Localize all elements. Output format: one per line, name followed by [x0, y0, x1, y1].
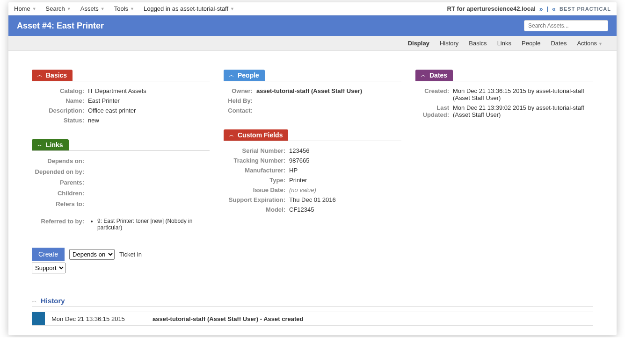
people-contact-value: [256, 107, 401, 114]
custom-fields-header[interactable]: ︿ Custom Fields: [224, 129, 288, 141]
rt-instance-label: RT for aperturescience42.local: [447, 5, 536, 12]
nav-assets[interactable]: Assets▼: [80, 5, 105, 12]
cf-supportexp-value: Thu Dec 01 2016: [289, 196, 401, 203]
subnav-people[interactable]: People: [522, 40, 540, 47]
links-header[interactable]: ︿ Links: [32, 139, 69, 150]
nav-logged-in[interactable]: Logged in as asset-tutorial-staff▼: [144, 5, 234, 12]
cf-issuedate-value: (no value): [289, 186, 401, 193]
link-type-select[interactable]: Depends on: [69, 249, 115, 260]
cf-manufacturer-label: Manufacturer:: [224, 167, 289, 174]
links-panel: ︿ Links Depends on: Depended on by: Pare…: [32, 139, 210, 273]
chevron-up-icon: ︿: [229, 132, 234, 138]
basics-name-value: East Printer: [88, 97, 210, 104]
chevron-up-icon: ︿: [32, 297, 37, 304]
cf-model-value: CF12345: [289, 206, 401, 213]
dates-header[interactable]: ︿ Dates: [415, 70, 453, 81]
history-row[interactable]: Mon Dec 21 13:36:15 2015 asset-tutorial-…: [32, 312, 593, 326]
cf-tracking-value: 987665: [289, 157, 401, 164]
basics-description-value: Office east printer: [88, 107, 210, 114]
history-description: asset-tutorial-staff (Asset Staff User) …: [153, 315, 303, 322]
subnav-links[interactable]: Links: [497, 40, 511, 47]
custom-fields-panel: ︿ Custom Fields Serial Number:123456 Tra…: [224, 129, 401, 214]
links-depended-on-by-label: Depended on by:: [32, 168, 88, 175]
basics-catalog-label: Catalog:: [32, 87, 88, 94]
chevron-down-icon: ▼: [67, 7, 71, 11]
dates-updated-value: Mon Dec 21 13:39:02 2015 by asset-tutori…: [453, 104, 593, 118]
links-depends-on-label: Depends on:: [32, 157, 88, 164]
chevron-down-icon: ▼: [130, 7, 134, 11]
search-assets-input[interactable]: [524, 20, 608, 31]
cf-type-value: Printer: [289, 177, 401, 184]
cf-manufacturer-value: HP: [289, 167, 401, 174]
cf-tracking-label: Tracking Number:: [224, 157, 289, 164]
create-button[interactable]: Create: [32, 248, 65, 261]
cf-supportexp-label: Support Expiration:: [224, 196, 289, 203]
subnav-display[interactable]: Display: [408, 40, 429, 47]
dates-updated-label: Last Updated:: [415, 104, 453, 118]
chevron-up-icon: ︿: [37, 142, 42, 148]
nav-tools[interactable]: Tools▼: [114, 5, 134, 12]
dates-panel: ︿ Dates Created:Mon Dec 21 13:36:15 2015…: [415, 70, 593, 120]
referred-item[interactable]: 9: East Printer: toner [new] (Nobody in …: [97, 218, 210, 231]
dates-created-label: Created:: [415, 87, 453, 101]
basics-panel: ︿ Basics Catalog:IT Department Assets Na…: [32, 70, 210, 125]
queue-select[interactable]: Support: [32, 263, 65, 273]
cf-issuedate-label: Issue Date:: [224, 186, 289, 193]
history-header[interactable]: ︿ History: [32, 297, 593, 307]
cf-serial-label: Serial Number:: [224, 147, 289, 154]
sub-navigation: Display History Basics Links People Date…: [8, 36, 617, 51]
chevron-down-icon: ▼: [598, 42, 603, 46]
chevron-up-icon: ︿: [229, 72, 234, 79]
people-owner-label: Owner:: [224, 87, 256, 94]
links-refers-to-label: Refers to:: [32, 200, 88, 207]
basics-status-label: Status:: [32, 117, 88, 124]
cf-serial-value: 123456: [289, 147, 401, 154]
dates-created-value: Mon Dec 21 13:36:15 2015 by asset-tutori…: [453, 87, 593, 101]
basics-status-value: new: [88, 117, 210, 124]
double-chevron-icon: »: [552, 5, 556, 13]
title-bar: Asset #4: East Printer: [8, 15, 617, 36]
best-practical-logo: BEST PRACTICAL: [560, 6, 611, 12]
nav-search[interactable]: Search▼: [46, 5, 71, 12]
basics-name-label: Name:: [32, 97, 88, 104]
subnav-dates[interactable]: Dates: [551, 40, 567, 47]
links-parents-label: Parents:: [32, 179, 88, 186]
people-panel: ︿ People Owner:asset-tutorial-staff (Ass…: [224, 70, 401, 115]
people-heldby-value: [256, 97, 401, 104]
history-color-block: [32, 312, 45, 325]
history-date: Mon Dec 21 13:36:15 2015: [45, 315, 153, 322]
links-referred-to-by-label: Referred to by:: [32, 218, 88, 231]
people-heldby-label: Held By:: [224, 97, 256, 104]
basics-description-label: Description:: [32, 107, 88, 114]
cf-model-label: Model:: [224, 206, 289, 213]
people-header[interactable]: ︿ People: [224, 70, 265, 81]
basics-catalog-value: IT Department Assets: [88, 87, 210, 94]
people-contact-label: Contact:: [224, 107, 256, 114]
nav-home[interactable]: Home▼: [14, 5, 36, 12]
page-title: Asset #4: East Printer: [17, 21, 104, 31]
links-children-label: Children:: [32, 190, 88, 197]
chevron-down-icon: ▼: [101, 7, 105, 11]
history-title: History: [41, 297, 65, 305]
basics-header[interactable]: ︿ Basics: [32, 70, 73, 81]
double-chevron-icon: »: [539, 5, 543, 13]
chevron-down-icon: ▼: [32, 7, 36, 11]
people-owner-value: asset-tutorial-staff (Asset Staff User): [256, 87, 401, 94]
subnav-history[interactable]: History: [440, 40, 458, 47]
subnav-actions[interactable]: Actions▼: [577, 40, 603, 47]
subnav-basics[interactable]: Basics: [469, 40, 487, 47]
divider-icon: |: [547, 5, 549, 12]
ticket-in-label: Ticket in: [119, 251, 142, 258]
cf-type-label: Type:: [224, 177, 289, 184]
chevron-down-icon: ▼: [230, 7, 234, 11]
top-navigation: Home▼ Search▼ Assets▼ Tools▼ Logged in a…: [8, 2, 617, 15]
chevron-up-icon: ︿: [421, 72, 426, 79]
chevron-up-icon: ︿: [37, 72, 42, 79]
